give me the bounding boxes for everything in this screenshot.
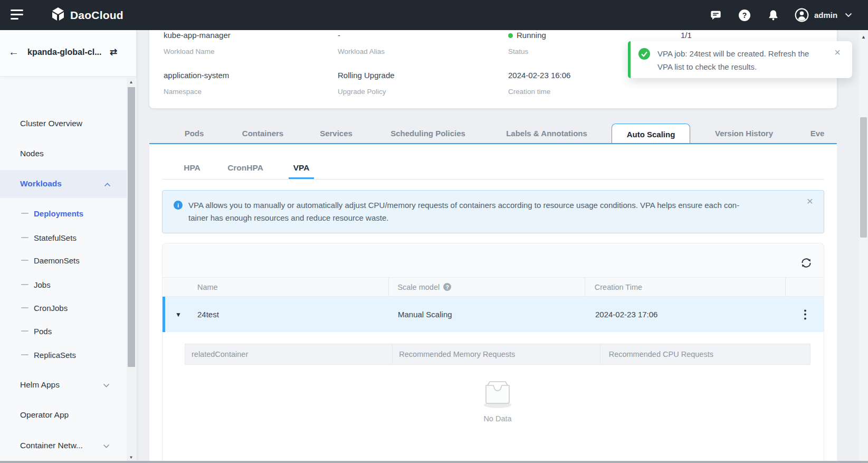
chevron-up-icon	[104, 179, 111, 189]
tab-services[interactable]: Services	[320, 124, 352, 143]
status-label: Status	[508, 48, 528, 55]
back-arrow-icon[interactable]: ←	[8, 46, 19, 58]
banner-close-icon[interactable]: ×	[807, 195, 813, 207]
toast-message: VPA job: 24test will be created. Refresh…	[657, 47, 816, 73]
tab-scheduling-policies[interactable]: Scheduling Policies	[390, 124, 465, 143]
notifications-bell-icon[interactable]	[767, 0, 779, 30]
col-creation-time: Creation Time	[585, 278, 786, 296]
vpa-table-row[interactable]: ▼ 24test Manual Scaling 2024-02-23 17:06	[163, 297, 824, 332]
success-toast: VPA job: 24test will be created. Refresh…	[628, 41, 852, 78]
workload-name-label: Workload Name	[164, 48, 215, 55]
sidebar-item-container-network[interactable]: Container Netw...	[0, 440, 126, 451]
empty-state: No Data	[185, 376, 810, 423]
subtab-vpa[interactable]: VPA	[293, 163, 310, 173]
sidebar-scrollbar[interactable]: ▲ ▼	[127, 77, 136, 463]
subtab-divider	[162, 179, 824, 179]
detail-tabs: Pods Containers Services Scheduling Poli…	[149, 124, 837, 144]
page-scrollbar[interactable]: ▲	[859, 30, 868, 463]
sidebar-item-workloads[interactable]: Workloads	[0, 170, 127, 198]
row-name: 24test	[197, 310, 219, 319]
upgrade-policy-value: Rolling Upgrade	[338, 71, 395, 80]
status-value: Running	[508, 31, 546, 40]
user-menu-chevron-down-icon[interactable]	[845, 0, 852, 30]
row-actions-kebab-icon[interactable]	[802, 307, 808, 322]
dash-icon	[21, 237, 28, 239]
subtab-cronhpa[interactable]: CronHPA	[227, 163, 263, 173]
bottom-edge	[0, 461, 868, 463]
toast-close-icon[interactable]: ×	[834, 46, 841, 59]
sidebar-item-nodes[interactable]: Nodes	[0, 148, 126, 159]
dash-icon	[21, 330, 28, 332]
creation-time-value: 2024-02-23 16:06	[508, 71, 570, 80]
namespace-value: application-system	[164, 71, 229, 80]
tab-auto-scaling[interactable]: Auto Scaling	[612, 124, 690, 144]
subtab-hpa[interactable]: HPA	[184, 163, 201, 173]
empty-box-icon	[479, 376, 516, 409]
sidebar-item-cluster-overview[interactable]: Cluster Overview	[0, 118, 126, 129]
recommendation-subtable: relatedContainer Recommended Memory Requ…	[185, 344, 810, 365]
scroll-up-icon[interactable]: ▲	[859, 34, 868, 40]
scroll-down-icon[interactable]: ▼	[127, 455, 136, 460]
expand-caret-icon[interactable]: ▼	[175, 311, 182, 318]
success-check-icon	[638, 48, 650, 60]
sidebar-item-pods[interactable]: Pods	[0, 325, 126, 337]
sidebar-item-daemonsets[interactable]: DaemonSets	[0, 254, 126, 266]
hamburger-menu-icon[interactable]	[11, 10, 24, 21]
no-data-text: No Data	[185, 414, 810, 423]
screen: DaoCloud ? admin	[0, 0, 868, 463]
switch-cluster-icon[interactable]: ⇄	[110, 46, 117, 58]
subcol-memory-requests: Recommended Memory Requests	[393, 344, 600, 364]
dash-icon	[21, 284, 28, 286]
subtable-header: relatedContainer Recommended Memory Requ…	[185, 344, 810, 365]
row-expanded-area: relatedContainer Recommended Memory Requ…	[163, 332, 824, 462]
daocloud-logo-icon	[51, 7, 65, 24]
help-icon[interactable]: ?	[739, 0, 750, 30]
status-running-dot	[508, 33, 513, 38]
user-avatar[interactable]	[795, 0, 809, 30]
tab-version-history[interactable]: Version History	[715, 124, 773, 143]
chevron-down-icon	[103, 380, 110, 390]
brand-name: DaoCloud	[70, 9, 123, 22]
workload-alias-value: -	[338, 31, 340, 40]
sidebar-item-operator-app[interactable]: Operator App	[0, 409, 126, 421]
tab-containers[interactable]: Containers	[242, 124, 283, 143]
auto-scaling-panel: HPA CronHPA VPA i VPA allows you to manu…	[149, 144, 837, 461]
refresh-icon[interactable]	[800, 257, 812, 269]
page-scrollbar-thumb[interactable]	[860, 117, 867, 238]
col-name: Name	[163, 278, 389, 296]
vpa-table-card: Name Scale model ? Creation Time ▼ 24tes…	[162, 243, 824, 461]
daocloud-logo: DaoCloud	[51, 7, 123, 24]
dash-icon	[21, 260, 28, 261]
upgrade-policy-label: Upgrade Policy	[338, 88, 386, 96]
sidebar-scrollbar-thumb[interactable]	[128, 87, 135, 367]
messages-icon[interactable]	[710, 0, 722, 30]
dash-icon	[21, 213, 28, 214]
help-question-icon[interactable]: ?	[443, 283, 451, 291]
sidebar-item-jobs[interactable]: Jobs	[0, 279, 126, 290]
banner-text: VPA allows you to manually or automatica…	[188, 199, 790, 224]
row-scale-model: Manual Scaling	[398, 310, 452, 319]
tab-pods[interactable]: Pods	[185, 124, 204, 143]
col-actions	[786, 278, 824, 296]
subcol-related-container: relatedContainer	[185, 344, 393, 364]
sidebar-item-cronjobs[interactable]: CronJobs	[0, 302, 126, 314]
tab-labels-annotations[interactable]: Labels & Annotations	[506, 124, 587, 143]
sidebar-item-helm-apps[interactable]: Helm Apps	[0, 379, 126, 391]
scroll-up-icon[interactable]: ▲	[127, 80, 136, 84]
sidebar: ← kpanda-global-cl... ⇄ Cluster Overview…	[0, 30, 136, 463]
sidebar-item-statefulsets[interactable]: StatefulSets	[0, 232, 126, 243]
sidebar-item-replicasets[interactable]: ReplicaSets	[0, 349, 126, 361]
sidebar-item-deployments[interactable]: Deployments	[0, 207, 126, 219]
ready-replicas-value: 1/1	[681, 31, 692, 40]
vpa-table-header: Name Scale model ? Creation Time	[163, 277, 824, 297]
username[interactable]: admin	[814, 0, 837, 30]
dash-icon	[21, 307, 28, 309]
toast-accent	[628, 41, 631, 78]
workload-alias-label: Workload Alias	[338, 48, 385, 55]
cluster-name: kpanda-global-cl...	[27, 48, 101, 57]
cluster-header: ← kpanda-global-cl... ⇄	[0, 30, 136, 77]
vpa-info-banner: i VPA allows you to manually or automati…	[162, 190, 824, 233]
dash-icon	[21, 354, 28, 356]
row-accent	[163, 297, 165, 332]
tab-events[interactable]: Eve	[810, 124, 825, 143]
